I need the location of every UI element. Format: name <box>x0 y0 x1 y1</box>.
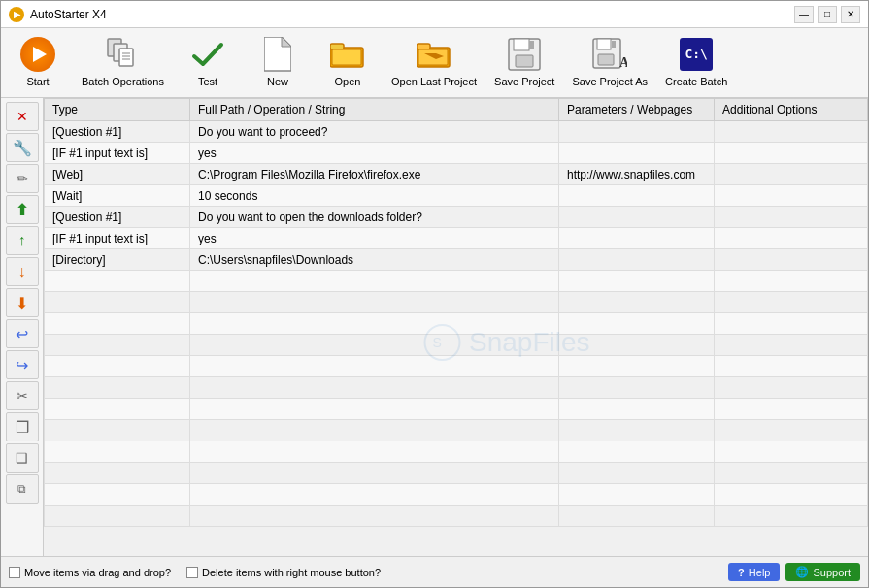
drag-drop-checkbox[interactable] <box>9 567 20 578</box>
empty-row <box>45 335 868 356</box>
svg-rect-19 <box>597 39 611 49</box>
empty-row <box>45 356 868 377</box>
batch-operations-label: Batch Operations <box>82 76 164 88</box>
empty-row <box>45 292 868 313</box>
save-project-button[interactable]: Save Project <box>485 32 563 93</box>
new-button[interactable]: New <box>243 32 313 93</box>
cell-options <box>715 207 868 228</box>
title-bar-controls: — □ ✕ <box>794 6 860 23</box>
cell-type: [Question #1] <box>45 121 190 143</box>
table-row[interactable]: [Question #1] Do you want to open the do… <box>45 207 868 228</box>
paste-button[interactable]: ❑ <box>6 443 39 473</box>
rename-button[interactable]: ✏ <box>6 164 39 193</box>
table-row[interactable]: [Web] C:\Program Files\Mozilla Firefox\f… <box>45 164 868 185</box>
move-top-button[interactable]: ⬆ <box>6 195 39 224</box>
main-table-area: S SnapFiles Type Full Path / Operation /… <box>44 98 868 556</box>
table-row[interactable]: [IF #1 input text is] yes <box>45 228 868 249</box>
cell-type: [Directory] <box>45 249 190 271</box>
duplicate-button[interactable]: ⧉ <box>6 474 39 504</box>
save-project-as-button[interactable]: A Save Project As <box>563 32 656 93</box>
save-project-as-icon-area: A <box>592 37 627 72</box>
svg-rect-21 <box>612 41 616 48</box>
save-project-as-label: Save Project As <box>572 76 648 88</box>
open-last-project-icon-area <box>417 37 451 72</box>
cut-button[interactable]: ✂ <box>6 381 39 410</box>
cell-options <box>715 143 868 164</box>
batch-operations-button[interactable]: Batch Operations <box>73 32 173 93</box>
support-button[interactable]: 🌐 Support <box>785 563 860 581</box>
move-up-button[interactable]: ↑ <box>6 226 39 255</box>
cell-type: [Question #1] <box>45 207 190 228</box>
undo-button[interactable]: ↩ <box>6 319 39 348</box>
title-bar: ▶ AutoStarter X4 — □ ✕ <box>1 1 868 28</box>
table-row[interactable]: [Wait] 10 seconds <box>45 185 868 207</box>
maximize-button[interactable]: □ <box>818 6 837 23</box>
table-row[interactable]: [Question #1] Do you want to proceed? <box>45 121 868 143</box>
cell-type: [Web] <box>45 164 190 185</box>
svg-rect-2 <box>119 49 133 66</box>
cell-path: C:\Program Files\Mozilla Firefox\firefox… <box>190 164 559 185</box>
status-bar-left: Move items via drag and drop? Delete ite… <box>9 567 713 578</box>
test-icon <box>190 37 225 72</box>
test-button[interactable]: Test <box>173 32 243 93</box>
status-bar: Move items via drag and drop? Delete ite… <box>1 556 868 587</box>
svg-rect-9 <box>330 44 344 49</box>
svg-rect-12 <box>417 44 430 49</box>
empty-row <box>45 399 868 420</box>
start-label: Start <box>26 76 49 88</box>
empty-row <box>45 313 868 335</box>
title-bar-left: ▶ AutoStarter X4 <box>9 7 107 22</box>
cell-path: Do you want to open the downloads folder… <box>190 207 559 228</box>
start-icon <box>20 37 55 72</box>
move-bottom-button[interactable]: ⬇ <box>6 288 39 317</box>
col-header-options: Additional Options <box>715 99 868 121</box>
support-icon: 🌐 <box>795 566 809 578</box>
copy-button[interactable]: ❒ <box>6 412 39 441</box>
cell-type: [IF #1 input text is] <box>45 228 190 249</box>
open-last-project-button[interactable]: Open Last Project <box>383 32 485 93</box>
move-down-button[interactable]: ↓ <box>6 257 39 286</box>
empty-row <box>45 484 868 506</box>
right-click-delete-checkbox[interactable] <box>186 567 198 578</box>
delete-button[interactable]: ✕ <box>6 102 39 131</box>
cell-path: Do you want to proceed? <box>190 121 559 143</box>
right-click-delete-label: Delete items with right mouse button? <box>202 567 381 578</box>
svg-rect-16 <box>516 55 533 67</box>
help-button[interactable]: ? Help <box>728 563 780 581</box>
open-button[interactable]: Open <box>313 32 383 93</box>
svg-rect-17 <box>529 41 534 49</box>
close-button[interactable]: ✕ <box>841 6 860 23</box>
help-icon: ? <box>738 567 745 578</box>
open-folder-icon <box>330 40 365 69</box>
sidebar: ✕ 🔧 ✏ ⬆ ↑ ↓ ⬇ ↩ ↪ ✂ ❒ ❑ ⧉ <box>1 98 44 556</box>
create-batch-button[interactable]: C:\ Create Batch <box>656 32 736 93</box>
cell-path: 10 seconds <box>190 185 559 207</box>
svg-rect-20 <box>598 54 614 65</box>
cell-options <box>715 228 868 249</box>
edit-button[interactable]: 🔧 <box>6 133 39 162</box>
cell-type: [Wait] <box>45 185 190 207</box>
app-icon: ▶ <box>9 7 24 22</box>
svg-marker-7 <box>282 37 291 47</box>
new-label: New <box>267 76 288 88</box>
cell-options <box>715 121 868 143</box>
start-button[interactable]: Start <box>3 32 73 93</box>
batch-operations-icon <box>106 37 141 72</box>
table-row[interactable]: [IF #1 input text is] yes <box>45 143 868 164</box>
new-document-icon <box>264 37 291 72</box>
svg-rect-15 <box>514 39 529 50</box>
minimize-button[interactable]: — <box>794 6 814 23</box>
create-batch-icon: C:\ <box>680 38 713 71</box>
cell-params <box>559 249 715 271</box>
cell-params <box>559 143 715 164</box>
table-row[interactable]: [Directory] C:\Users\snapfiles\Downloads <box>45 249 868 271</box>
create-batch-label: Create Batch <box>665 76 727 88</box>
start-icon-area <box>20 37 55 72</box>
empty-row <box>45 506 868 527</box>
redo-button[interactable]: ↪ <box>6 350 39 379</box>
help-label: Help <box>749 567 771 578</box>
cell-path: yes <box>190 143 559 164</box>
cell-options <box>715 185 868 207</box>
operations-table: Type Full Path / Operation / String Para… <box>44 98 868 527</box>
drag-drop-label: Move items via drag and drop? <box>24 567 171 578</box>
